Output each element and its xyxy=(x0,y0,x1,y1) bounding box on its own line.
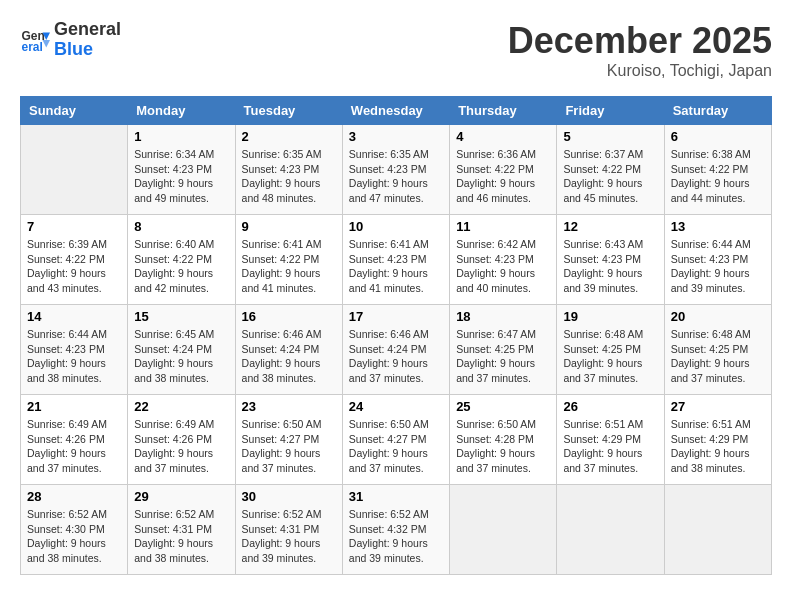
day-info: Sunrise: 6:36 AMSunset: 4:22 PMDaylight:… xyxy=(456,147,550,206)
day-info: Sunrise: 6:37 AMSunset: 4:22 PMDaylight:… xyxy=(563,147,657,206)
day-number: 5 xyxy=(563,129,657,144)
day-number: 17 xyxy=(349,309,443,324)
day-info: Sunrise: 6:48 AMSunset: 4:25 PMDaylight:… xyxy=(563,327,657,386)
day-cell: 1Sunrise: 6:34 AMSunset: 4:23 PMDaylight… xyxy=(128,125,235,215)
day-cell: 17Sunrise: 6:46 AMSunset: 4:24 PMDayligh… xyxy=(342,305,449,395)
day-cell: 21Sunrise: 6:49 AMSunset: 4:26 PMDayligh… xyxy=(21,395,128,485)
header-day-sunday: Sunday xyxy=(21,97,128,125)
day-info: Sunrise: 6:52 AMSunset: 4:31 PMDaylight:… xyxy=(242,507,336,566)
day-info: Sunrise: 6:42 AMSunset: 4:23 PMDaylight:… xyxy=(456,237,550,296)
day-cell: 14Sunrise: 6:44 AMSunset: 4:23 PMDayligh… xyxy=(21,305,128,395)
day-cell xyxy=(664,485,771,575)
day-number: 20 xyxy=(671,309,765,324)
week-row-1: 7Sunrise: 6:39 AMSunset: 4:22 PMDaylight… xyxy=(21,215,772,305)
day-info: Sunrise: 6:43 AMSunset: 4:23 PMDaylight:… xyxy=(563,237,657,296)
calendar-title: December 2025 xyxy=(508,20,772,62)
header-day-monday: Monday xyxy=(128,97,235,125)
day-number: 19 xyxy=(563,309,657,324)
day-number: 11 xyxy=(456,219,550,234)
day-number: 14 xyxy=(27,309,121,324)
svg-text:eral: eral xyxy=(22,39,43,53)
day-number: 1 xyxy=(134,129,228,144)
day-cell: 5Sunrise: 6:37 AMSunset: 4:22 PMDaylight… xyxy=(557,125,664,215)
day-info: Sunrise: 6:51 AMSunset: 4:29 PMDaylight:… xyxy=(671,417,765,476)
day-cell: 19Sunrise: 6:48 AMSunset: 4:25 PMDayligh… xyxy=(557,305,664,395)
day-number: 24 xyxy=(349,399,443,414)
day-cell: 31Sunrise: 6:52 AMSunset: 4:32 PMDayligh… xyxy=(342,485,449,575)
day-cell: 22Sunrise: 6:49 AMSunset: 4:26 PMDayligh… xyxy=(128,395,235,485)
day-cell: 25Sunrise: 6:50 AMSunset: 4:28 PMDayligh… xyxy=(450,395,557,485)
day-info: Sunrise: 6:34 AMSunset: 4:23 PMDaylight:… xyxy=(134,147,228,206)
day-number: 21 xyxy=(27,399,121,414)
calendar-body: 1Sunrise: 6:34 AMSunset: 4:23 PMDaylight… xyxy=(21,125,772,575)
day-number: 16 xyxy=(242,309,336,324)
week-row-0: 1Sunrise: 6:34 AMSunset: 4:23 PMDaylight… xyxy=(21,125,772,215)
day-info: Sunrise: 6:49 AMSunset: 4:26 PMDaylight:… xyxy=(27,417,121,476)
header-day-thursday: Thursday xyxy=(450,97,557,125)
day-cell: 13Sunrise: 6:44 AMSunset: 4:23 PMDayligh… xyxy=(664,215,771,305)
day-info: Sunrise: 6:52 AMSunset: 4:30 PMDaylight:… xyxy=(27,507,121,566)
day-info: Sunrise: 6:52 AMSunset: 4:32 PMDaylight:… xyxy=(349,507,443,566)
day-cell: 26Sunrise: 6:51 AMSunset: 4:29 PMDayligh… xyxy=(557,395,664,485)
day-number: 28 xyxy=(27,489,121,504)
day-info: Sunrise: 6:45 AMSunset: 4:24 PMDaylight:… xyxy=(134,327,228,386)
day-number: 12 xyxy=(563,219,657,234)
day-cell: 18Sunrise: 6:47 AMSunset: 4:25 PMDayligh… xyxy=(450,305,557,395)
day-cell xyxy=(557,485,664,575)
day-cell: 29Sunrise: 6:52 AMSunset: 4:31 PMDayligh… xyxy=(128,485,235,575)
day-cell: 9Sunrise: 6:41 AMSunset: 4:22 PMDaylight… xyxy=(235,215,342,305)
week-row-3: 21Sunrise: 6:49 AMSunset: 4:26 PMDayligh… xyxy=(21,395,772,485)
day-info: Sunrise: 6:38 AMSunset: 4:22 PMDaylight:… xyxy=(671,147,765,206)
day-cell: 30Sunrise: 6:52 AMSunset: 4:31 PMDayligh… xyxy=(235,485,342,575)
day-number: 22 xyxy=(134,399,228,414)
day-number: 4 xyxy=(456,129,550,144)
day-number: 30 xyxy=(242,489,336,504)
day-number: 13 xyxy=(671,219,765,234)
day-info: Sunrise: 6:46 AMSunset: 4:24 PMDaylight:… xyxy=(349,327,443,386)
calendar-subtitle: Kuroiso, Tochigi, Japan xyxy=(508,62,772,80)
calendar-header: SundayMondayTuesdayWednesdayThursdayFrid… xyxy=(21,97,772,125)
day-number: 23 xyxy=(242,399,336,414)
day-number: 10 xyxy=(349,219,443,234)
logo-general: General xyxy=(54,20,121,40)
day-cell: 28Sunrise: 6:52 AMSunset: 4:30 PMDayligh… xyxy=(21,485,128,575)
day-info: Sunrise: 6:48 AMSunset: 4:25 PMDaylight:… xyxy=(671,327,765,386)
day-info: Sunrise: 6:50 AMSunset: 4:28 PMDaylight:… xyxy=(456,417,550,476)
week-row-2: 14Sunrise: 6:44 AMSunset: 4:23 PMDayligh… xyxy=(21,305,772,395)
day-cell xyxy=(21,125,128,215)
day-cell: 7Sunrise: 6:39 AMSunset: 4:22 PMDaylight… xyxy=(21,215,128,305)
day-cell: 12Sunrise: 6:43 AMSunset: 4:23 PMDayligh… xyxy=(557,215,664,305)
day-cell: 11Sunrise: 6:42 AMSunset: 4:23 PMDayligh… xyxy=(450,215,557,305)
header-day-tuesday: Tuesday xyxy=(235,97,342,125)
header-day-friday: Friday xyxy=(557,97,664,125)
header-row: SundayMondayTuesdayWednesdayThursdayFrid… xyxy=(21,97,772,125)
day-number: 8 xyxy=(134,219,228,234)
header-day-wednesday: Wednesday xyxy=(342,97,449,125)
day-cell: 24Sunrise: 6:50 AMSunset: 4:27 PMDayligh… xyxy=(342,395,449,485)
day-info: Sunrise: 6:44 AMSunset: 4:23 PMDaylight:… xyxy=(27,327,121,386)
day-cell: 2Sunrise: 6:35 AMSunset: 4:23 PMDaylight… xyxy=(235,125,342,215)
day-cell: 15Sunrise: 6:45 AMSunset: 4:24 PMDayligh… xyxy=(128,305,235,395)
day-number: 2 xyxy=(242,129,336,144)
logo: Gen eral General Blue xyxy=(20,20,121,60)
day-cell: 8Sunrise: 6:40 AMSunset: 4:22 PMDaylight… xyxy=(128,215,235,305)
svg-marker-3 xyxy=(43,40,51,48)
day-info: Sunrise: 6:49 AMSunset: 4:26 PMDaylight:… xyxy=(134,417,228,476)
day-cell: 16Sunrise: 6:46 AMSunset: 4:24 PMDayligh… xyxy=(235,305,342,395)
day-info: Sunrise: 6:39 AMSunset: 4:22 PMDaylight:… xyxy=(27,237,121,296)
day-number: 15 xyxy=(134,309,228,324)
logo-icon: Gen eral xyxy=(20,25,50,55)
day-info: Sunrise: 6:40 AMSunset: 4:22 PMDaylight:… xyxy=(134,237,228,296)
header-day-saturday: Saturday xyxy=(664,97,771,125)
day-info: Sunrise: 6:35 AMSunset: 4:23 PMDaylight:… xyxy=(349,147,443,206)
title-block: December 2025 Kuroiso, Tochigi, Japan xyxy=(508,20,772,80)
day-number: 27 xyxy=(671,399,765,414)
day-number: 3 xyxy=(349,129,443,144)
day-cell: 6Sunrise: 6:38 AMSunset: 4:22 PMDaylight… xyxy=(664,125,771,215)
day-cell: 10Sunrise: 6:41 AMSunset: 4:23 PMDayligh… xyxy=(342,215,449,305)
day-number: 26 xyxy=(563,399,657,414)
week-row-4: 28Sunrise: 6:52 AMSunset: 4:30 PMDayligh… xyxy=(21,485,772,575)
day-cell: 20Sunrise: 6:48 AMSunset: 4:25 PMDayligh… xyxy=(664,305,771,395)
day-info: Sunrise: 6:41 AMSunset: 4:23 PMDaylight:… xyxy=(349,237,443,296)
calendar-table: SundayMondayTuesdayWednesdayThursdayFrid… xyxy=(20,96,772,575)
